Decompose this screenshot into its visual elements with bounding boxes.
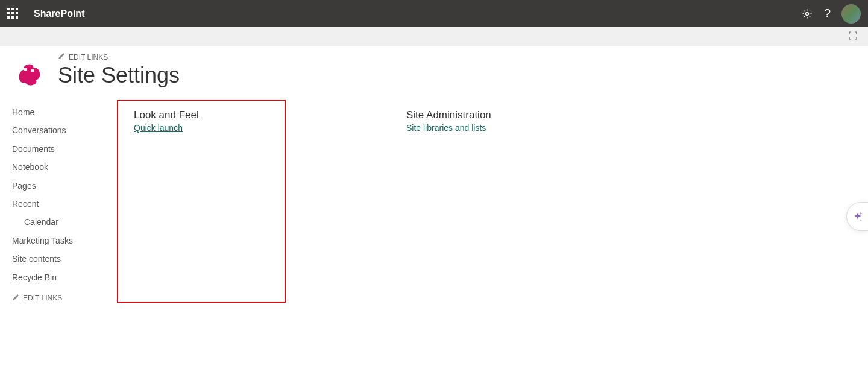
site-logo[interactable]	[12, 57, 46, 91]
left-nav: Home Conversations Documents Notebook Pa…	[12, 103, 121, 303]
help-icon[interactable]: ?	[824, 7, 831, 21]
nav-item-site-contents[interactable]: Site contents	[12, 250, 108, 268]
svg-point-2	[31, 69, 34, 72]
nav-item-marketing-tasks[interactable]: Marketing Tasks	[12, 232, 108, 250]
top-bar: SharePoint ?	[0, 0, 868, 27]
settings-columns: Look and Feel Quick launch Site Administ…	[121, 103, 575, 303]
sparkle-icon	[852, 210, 864, 223]
header-section: EDIT LINKS Site Settings	[0, 46, 868, 103]
page-title: Site Settings	[58, 63, 180, 88]
app-name[interactable]: SharePoint	[34, 8, 84, 19]
header-text: EDIT LINKS Site Settings	[58, 52, 180, 88]
pencil-icon	[12, 294, 19, 303]
edit-links-bottom[interactable]: EDIT LINKS	[12, 294, 108, 303]
main-content: Home Conversations Documents Notebook Pa…	[0, 103, 868, 303]
link-quick-launch[interactable]: Quick launch	[134, 123, 183, 133]
gear-icon[interactable]	[801, 8, 813, 20]
focus-content-icon[interactable]	[848, 30, 858, 43]
settings-group-site-administration: Site Administration Site libraries and l…	[406, 103, 575, 303]
nav-item-calendar[interactable]: Calendar	[12, 213, 108, 231]
nav-item-recycle-bin[interactable]: Recycle Bin	[12, 268, 108, 286]
nav-item-pages[interactable]: Pages	[12, 177, 108, 195]
link-site-libraries[interactable]: Site libraries and lists	[406, 123, 486, 133]
nav-item-documents[interactable]: Documents	[12, 140, 108, 158]
avatar[interactable]	[841, 4, 861, 24]
edit-links-label: EDIT LINKS	[23, 294, 62, 302]
group-heading: Site Administration	[406, 109, 575, 121]
nav-item-recent[interactable]: Recent	[12, 195, 108, 213]
group-heading: Look and Feel	[134, 109, 248, 121]
edit-links-label: EDIT LINKS	[69, 53, 108, 62]
edit-links-top[interactable]: EDIT LINKS	[58, 52, 180, 62]
top-bar-right: ?	[801, 4, 861, 24]
nav-item-conversations[interactable]: Conversations	[12, 121, 108, 139]
sub-bar	[0, 27, 868, 46]
settings-group-look-and-feel: Look and Feel Quick launch	[117, 100, 286, 303]
svg-point-1	[24, 68, 27, 71]
app-launcher-icon[interactable]	[7, 8, 19, 20]
svg-point-0	[805, 12, 808, 15]
pencil-icon	[58, 52, 65, 62]
nav-item-home[interactable]: Home	[12, 103, 108, 121]
nav-item-notebook[interactable]: Notebook	[12, 158, 108, 176]
